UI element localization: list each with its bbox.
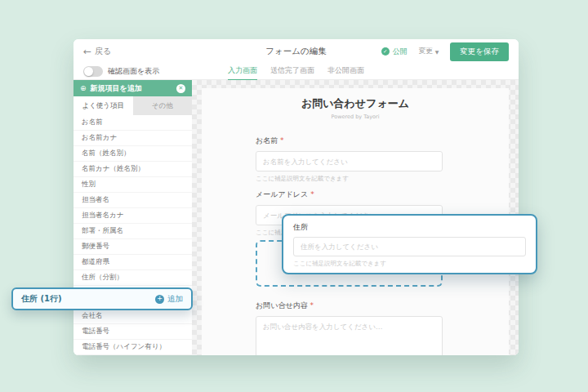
field-email-label: メールアドレス *: [256, 189, 443, 200]
add-circle-icon: ⊕: [80, 85, 87, 92]
change-dropdown-label: 変更: [419, 47, 433, 56]
sidebar-title: 新規項目を追加: [91, 83, 172, 94]
tab-input-screen[interactable]: 入力画面: [228, 63, 257, 81]
sidebar-item-contact-name[interactable]: 担当者名: [74, 193, 192, 208]
sidebar-item-prefecture[interactable]: 都道府県: [74, 255, 192, 270]
back-button[interactable]: ← 戻る: [83, 46, 111, 57]
sidebar-item-zipcode[interactable]: 郵便番号: [74, 239, 192, 255]
sidebar-header: ⊕ 新規項目を追加 ✕: [74, 80, 192, 96]
required-mark: *: [280, 136, 284, 145]
add-field-sidebar: ⊕ 新規項目を追加 ✕ よく使う項目 その他 お名前 お名前カナ 名前（姓名別）…: [74, 80, 192, 355]
change-dropdown[interactable]: 変更 ▼: [419, 47, 439, 56]
close-icon[interactable]: ✕: [176, 84, 185, 93]
sidebar-tabs: よく使う項目 その他: [74, 96, 192, 115]
field-name-helper: ここに補足説明文を記載できます: [256, 175, 443, 183]
address-input[interactable]: [293, 237, 526, 256]
tab-private-screen[interactable]: 非公開画面: [327, 63, 364, 81]
sidebar-item-phone[interactable]: 電話番号: [74, 324, 192, 340]
sidebar-item-gender[interactable]: 性別: [74, 177, 192, 193]
field-message: お問い合せ内容 *: [256, 301, 443, 355]
sidebar-item-address-split[interactable]: 住所（分割）: [74, 270, 192, 286]
chevron-down-icon: ▼: [435, 49, 439, 55]
field-email-label-text: メールアドレス: [256, 190, 308, 198]
sidebar-item-name-kana[interactable]: お名前カナ: [74, 131, 192, 146]
field-name-label: お名前 *: [256, 136, 443, 146]
required-mark: *: [310, 301, 314, 310]
tab-complete-screen[interactable]: 送信完了画面: [270, 63, 314, 81]
topbar-actions: ✓ 公開 変更 ▼ 変更を保存: [381, 42, 509, 61]
add-button[interactable]: + 追加: [155, 294, 183, 305]
publish-status-badge: ✓ 公開: [381, 47, 408, 57]
back-label: 戻る: [95, 46, 111, 57]
drag-item-label: 住所 (1行): [21, 293, 62, 305]
dragged-field-helper: ここに補足説明文を記載できます: [293, 260, 526, 268]
publish-status-label: 公開: [393, 47, 408, 57]
sidebar-item-contact-name-kana[interactable]: 担当者名カナ: [74, 208, 192, 224]
sidebar-item-name-kana-split[interactable]: 名前カナ（姓名別）: [74, 162, 192, 177]
save-button[interactable]: 変更を保存: [450, 42, 509, 61]
sidebar-tab-other[interactable]: その他: [133, 96, 193, 115]
form-title: お問い合わせフォーム: [202, 96, 509, 111]
sidebar-tab-frequent[interactable]: よく使う項目: [74, 96, 133, 115]
field-message-label: お問い合せ内容 *: [256, 301, 443, 311]
add-button-label: 追加: [167, 294, 183, 305]
confirm-screen-toggle-group: 確認画面を表示: [83, 66, 159, 77]
dragged-field-label: 住所: [293, 222, 526, 233]
page-background: ← 戻る フォームの編集 ✓ 公開 変更 ▼ 変更を保存 確認画面を表示: [0, 0, 588, 392]
toggle-knob: [84, 67, 93, 76]
sub-bar: 確認画面を表示 入力画面 送信完了画面 非公開画面: [74, 64, 519, 80]
message-textarea[interactable]: [256, 316, 443, 355]
sidebar-item-name[interactable]: お名前: [74, 115, 192, 131]
sidebar-item-phone-hyphen[interactable]: 電話番号（ハイフン有り）: [74, 340, 192, 355]
sidebar-item-company[interactable]: 会社名: [74, 309, 192, 324]
field-name-label-text: お名前: [256, 136, 278, 145]
sidebar-item-department[interactable]: 部署・所属名: [74, 224, 192, 239]
name-input[interactable]: [256, 151, 443, 172]
back-arrow-icon: ←: [83, 47, 91, 56]
sidebar-drag-item-address-oneline[interactable]: 住所 (1行) + 追加: [11, 287, 193, 310]
sidebar-item-name-split[interactable]: 名前（姓名別）: [74, 146, 192, 162]
confirm-screen-toggle[interactable]: [83, 66, 103, 77]
confirm-screen-toggle-label: 確認画面を表示: [108, 66, 159, 77]
dragged-field-card[interactable]: 住所 ここに補足説明文を記載できます: [282, 214, 537, 274]
plus-circle-icon: +: [155, 295, 164, 304]
required-mark: *: [310, 190, 314, 198]
publish-check-icon: ✓: [381, 47, 390, 56]
field-name: お名前 * ここに補足説明文を記載できます: [256, 136, 443, 183]
field-message-label-text: お問い合せ内容: [256, 301, 308, 310]
powered-by: Powered by Tayori: [202, 114, 509, 120]
field-item-list: お名前 お名前カナ 名前（姓名別） 名前カナ（姓名別） 性別 担当者名 担当者名…: [74, 115, 192, 355]
top-bar: ← 戻る フォームの編集 ✓ 公開 変更 ▼ 変更を保存: [74, 39, 519, 64]
